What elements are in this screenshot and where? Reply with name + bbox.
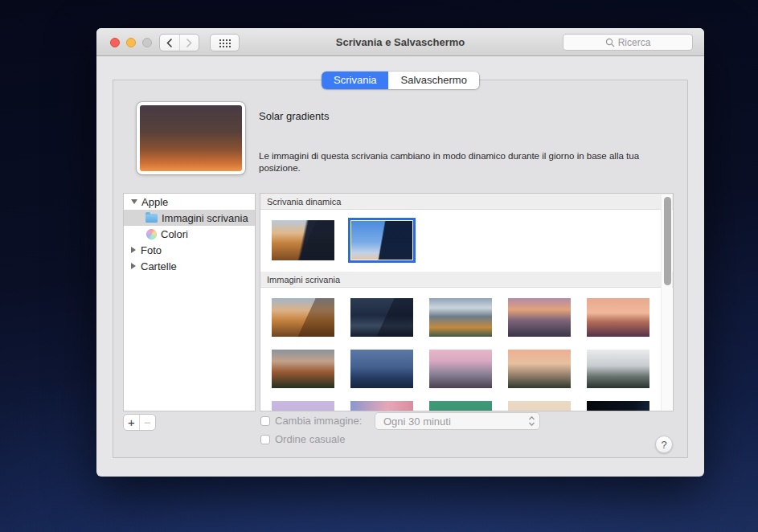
forward-button[interactable] <box>180 35 199 51</box>
minimize-button[interactable] <box>126 38 136 47</box>
section-header-dynamic: Scrivania dinamica <box>260 194 673 210</box>
wallpaper-thumbnail[interactable] <box>272 298 334 337</box>
nav-buttons <box>159 34 199 51</box>
back-button[interactable] <box>160 35 179 51</box>
search-icon <box>605 38 615 47</box>
wallpaper-grid <box>260 288 673 411</box>
change-picture-label: Cambia immagine: <box>275 415 362 427</box>
random-order-row: Ordine casuale <box>260 433 345 445</box>
search-placeholder: Ricerca <box>618 37 651 48</box>
wallpaper-browser: Scrivania dinamica Immagini scrivania <box>260 193 674 411</box>
dynamic-wallpaper-thumbnail[interactable] <box>350 220 413 260</box>
color-wheel-icon <box>146 229 157 239</box>
tab-bar: Scrivania Salvaschermo <box>322 72 479 89</box>
add-folder-button[interactable]: + <box>124 415 140 430</box>
search-input[interactable]: Ricerca <box>563 34 693 51</box>
random-order-checkbox[interactable] <box>260 435 270 444</box>
dynamic-wallpaper-row <box>260 210 673 272</box>
zoom-button[interactable] <box>142 38 152 47</box>
random-order-label: Ordine casuale <box>275 433 345 445</box>
sidebar-item-immagini-scrivania[interactable]: Immagini scrivania <box>124 210 255 226</box>
sidebar-item-apple[interactable]: Apple <box>124 194 255 210</box>
wallpaper-thumbnail[interactable] <box>429 401 492 411</box>
wallpaper-name: Solar gradients <box>259 110 329 122</box>
sidebar-item-label: Colori <box>161 228 188 240</box>
wallpaper-thumbnail[interactable] <box>350 350 413 388</box>
system-preferences-window: Scrivania e Salvaschermo Ricerca <box>96 28 704 477</box>
wallpaper-thumbnail[interactable] <box>587 350 649 388</box>
scrollbar-thumb[interactable] <box>664 197 671 285</box>
folder-icon <box>145 214 158 223</box>
wallpaper-thumbnail[interactable] <box>350 298 413 337</box>
sidebar-item-label: Immagini scrivania <box>162 212 248 224</box>
sidebar-item-label: Foto <box>141 244 162 256</box>
close-button[interactable] <box>110 38 120 47</box>
tab-scrivania[interactable]: Scrivania <box>322 72 388 89</box>
grid-icon <box>219 39 231 47</box>
wallpaper-thumbnail[interactable] <box>508 401 571 411</box>
titlebar: Scrivania e Salvaschermo Ricerca <box>96 28 704 56</box>
disclosure-closed-icon[interactable] <box>131 247 136 253</box>
source-list: Apple Immagini scrivania Colori Foto Car… <box>123 193 256 411</box>
dynamic-wallpaper-thumbnail[interactable] <box>272 220 334 260</box>
sidebar-item-cartelle[interactable]: Cartelle <box>124 258 255 274</box>
tab-salvaschermo[interactable]: Salvaschermo <box>389 72 479 89</box>
interval-value: Ogni 30 minuti <box>375 415 523 428</box>
disclosure-open-icon[interactable] <box>131 199 137 204</box>
wallpaper-thumbnail[interactable] <box>508 350 571 388</box>
chevron-left-icon <box>166 38 173 48</box>
wallpaper-thumbnail[interactable] <box>429 350 492 388</box>
change-picture-row: Cambia immagine: <box>260 415 362 427</box>
section-header-images: Immagini scrivania <box>260 272 673 288</box>
show-all-button[interactable] <box>210 34 240 51</box>
current-wallpaper-preview[interactable] <box>137 102 245 174</box>
remove-folder-button[interactable]: − <box>140 415 155 430</box>
stepper-icon <box>523 415 539 427</box>
help-button[interactable]: ? <box>655 436 673 453</box>
scrollbar-track[interactable] <box>661 194 672 410</box>
wallpaper-thumbnail[interactable] <box>350 401 413 411</box>
interval-dropdown[interactable]: Ogni 30 minuti <box>375 412 540 430</box>
sidebar-item-label: Apple <box>141 196 168 208</box>
wallpaper-thumbnail[interactable] <box>429 298 492 337</box>
sidebar-item-label: Cartelle <box>141 260 177 272</box>
desktop-background: Scrivania e Salvaschermo Ricerca <box>0 0 758 532</box>
add-remove-control: + − <box>123 414 156 431</box>
chevron-right-icon <box>186 38 193 48</box>
sidebar-item-colori[interactable]: Colori <box>124 226 255 242</box>
wallpaper-thumbnail[interactable] <box>508 298 571 337</box>
change-picture-checkbox[interactable] <box>260 416 270 426</box>
wallpaper-thumbnail[interactable] <box>272 401 334 411</box>
sidebar-item-foto[interactable]: Foto <box>124 242 255 258</box>
wallpaper-thumbnail[interactable] <box>587 401 649 411</box>
wallpaper-description: Le immagini di questa scrivania cambiano… <box>259 150 681 174</box>
wallpaper-thumbnail[interactable] <box>587 298 649 337</box>
wallpaper-preview-image <box>140 105 242 171</box>
disclosure-closed-icon[interactable] <box>131 263 136 269</box>
wallpaper-thumbnail[interactable] <box>272 350 334 388</box>
